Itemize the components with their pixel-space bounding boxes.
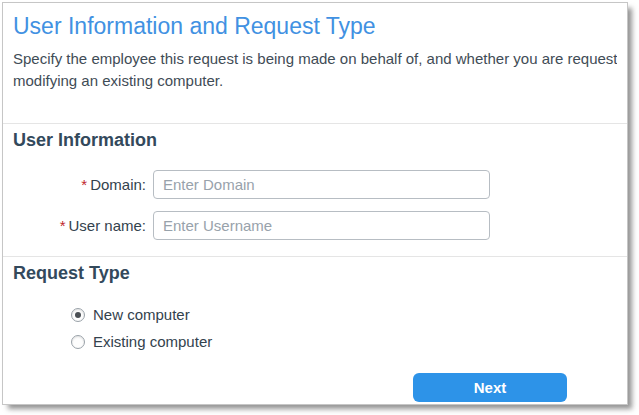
required-asterisk-icon: * [81,176,87,193]
domain-input[interactable] [153,170,490,199]
radio-new-computer-label: New computer [93,305,190,325]
next-button[interactable]: Next [413,373,567,402]
page-title: User Information and Request Type [13,11,617,41]
username-input[interactable] [153,211,490,240]
radio-new-computer[interactable]: New computer [71,305,617,325]
request-type-options: New computer Existing computer [71,305,617,352]
username-label-text: User name: [68,217,146,234]
page-description: Specify the employee this request is bei… [13,48,617,92]
description-line-2: modifying an existing computer. [13,70,617,92]
section-user-information: User Information *Domain: *User name: [3,123,627,240]
radio-existing-computer[interactable]: Existing computer [71,332,617,352]
domain-field-row: *Domain: [13,170,617,199]
radio-existing-computer-label: Existing computer [93,332,212,352]
domain-label-text: Domain: [90,176,146,193]
domain-label: *Domain: [13,176,146,193]
request-type-heading: Request Type [13,261,617,285]
description-line-1: Specify the employee this request is bei… [13,48,617,70]
radio-button-icon[interactable] [71,335,85,349]
username-field-row: *User name: [13,211,617,240]
username-label: *User name: [13,217,146,234]
user-information-heading: User Information [13,128,617,152]
radio-button-icon[interactable] [71,308,85,322]
section-request-type: Request Type New computer Existing compu… [3,256,627,352]
action-bar: Next [13,373,617,402]
form-panel: User Information and Request Type Specif… [2,2,628,405]
required-asterisk-icon: * [60,217,66,234]
